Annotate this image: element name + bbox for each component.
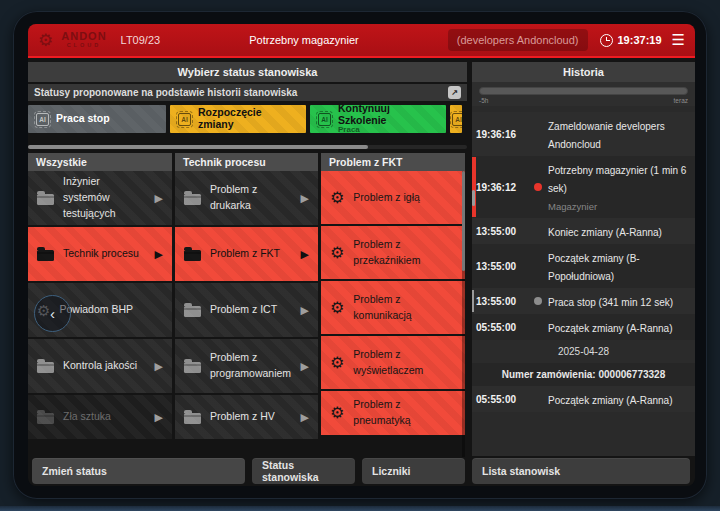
list-item-selected[interactable]: Technik procesu ▶	[28, 227, 172, 281]
list-item[interactable]: Kontrola jakości ▶	[28, 339, 172, 393]
red-status-dot-icon	[534, 183, 542, 191]
current-status-text: Potrzebny magazynier	[168, 34, 440, 46]
history-time: 05:55:00	[476, 322, 528, 333]
chevron-right-icon: ▶	[301, 411, 309, 424]
history-entry-active-alert[interactable]: 19:36:12 Potrzebny magazynier (1 min 6 s…	[472, 156, 695, 218]
timeline-end-label: teraz	[674, 97, 688, 104]
logo-line1: ANDON	[61, 31, 106, 42]
history-title: Historia	[472, 62, 695, 82]
ai-suggestion-icon: AI	[36, 113, 49, 126]
history-text: Koniec zmiany (A-Ranna)	[548, 227, 662, 238]
list-item-label: Kontrola jakości	[63, 358, 146, 374]
station-code: LT09/23	[121, 34, 161, 46]
tab-liczniki[interactable]: Liczniki	[362, 458, 465, 484]
app-screen: ⚙ ANDON CLOUD LT09/23 Potrzebny magazyni…	[28, 24, 695, 486]
settings-gear-icon[interactable]: ⚙	[38, 32, 53, 49]
list-item-alert[interactable]: ⚙ Problem z wyświetlaczem	[321, 336, 465, 389]
list-item-label: Problem z ICT	[210, 302, 292, 318]
ai-suggestion-icon: AI	[452, 113, 462, 126]
tab-status-stanowiska[interactable]: Status stanowiska	[252, 458, 355, 484]
chevron-right-icon: ▶	[155, 192, 163, 205]
gear-icon: ⚙	[330, 355, 344, 371]
history-entry[interactable]: 05:55:00 Początek zmiany (A-Ranna)	[472, 314, 695, 340]
tab-zmien-status[interactable]: Zmień status	[32, 458, 245, 484]
history-order-number: Numer zamówienia: 000006773328	[472, 363, 695, 386]
folder-icon	[37, 250, 54, 261]
folder-icon	[37, 413, 54, 424]
status-button-partial[interactable]: AI	[450, 105, 462, 133]
desk-edge	[0, 506, 720, 511]
logo-line2: CLOUD	[67, 43, 102, 49]
history-time: 19:36:16	[476, 129, 528, 140]
gear-icon: ⚙	[330, 405, 344, 421]
suggested-statuses-label: Statusy proponowane na podstawie histori…	[34, 87, 448, 98]
andon-cloud-logo: ANDON CLOUD	[61, 31, 106, 49]
chevron-right-icon: ▶	[155, 411, 163, 424]
history-entry[interactable]: 13:55:00 Koniec zmiany (A-Ranna)	[472, 218, 695, 244]
chevron-right-icon: ▶	[301, 192, 309, 205]
history-text: Początek zmiany (B-Popołudniowa)	[548, 253, 640, 282]
status-button-praca-stop[interactable]: AI Praca stop	[28, 105, 166, 133]
folder-icon	[37, 194, 54, 205]
history-text: Początek zmiany (A-Ranna)	[548, 323, 673, 334]
left-panel-title: Wybierz status stanowiska	[28, 62, 467, 82]
app-header: ⚙ ANDON CLOUD LT09/23 Potrzebny magazyni…	[28, 24, 695, 56]
list-item-label: Problem z pneumatyką	[353, 397, 456, 429]
list-item-selected[interactable]: Problem z FKT ▶	[175, 227, 318, 281]
history-entry[interactable]: 05:55:00 Początek zmiany (A-Ranna)	[472, 386, 695, 412]
column-scrollbar[interactable]	[462, 171, 465, 457]
column-header-problem-z-fkt: Problem z FKT	[321, 153, 465, 171]
list-item-alert[interactable]: ⚙ Problem z komunikacją	[321, 281, 465, 334]
header-accent-line	[28, 56, 695, 58]
list-item-alert[interactable]: ⚙ Problem z przekaźnikiem	[321, 226, 465, 279]
logout-button[interactable]: Wyloguj (developers Andoncloud)	[448, 29, 588, 51]
menu-hamburger-icon[interactable]: ☰	[672, 31, 685, 49]
status-select-panel: Wybierz status stanowiska Statusy propon…	[28, 62, 467, 456]
list-item[interactable]: Problem z programowaniem ▶	[175, 339, 318, 393]
list-item-label: Powiadom BHP	[59, 302, 163, 318]
list-item-alert[interactable]: ⚙ Problem z pneumatyką	[321, 391, 465, 435]
history-list: 19:36:16 Zameldowanie developers Andoncl…	[472, 112, 695, 412]
history-text: Potrzebny magazynier (1 min 6 sek)	[548, 165, 686, 194]
gear-icon: ⚙	[330, 300, 344, 316]
history-time: 19:36:12	[476, 182, 528, 193]
history-entry[interactable]: 13:55:00 Początek zmiany (B-Popołudniowa…	[472, 244, 695, 288]
timeline-start-label: -5h	[479, 97, 488, 104]
clock-icon	[600, 34, 613, 47]
timeline-slider[interactable]	[479, 87, 688, 95]
history-time: 13:55:00	[476, 261, 528, 272]
list-item-label: Technik procesu	[63, 246, 146, 262]
folder-icon	[184, 250, 201, 261]
tablet-frame: ⚙ ANDON CLOUD LT09/23 Potrzebny magazyni…	[13, 11, 707, 499]
list-item-disabled[interactable]: Zła sztuka ▶	[28, 395, 172, 439]
tab-lista-stanowisk[interactable]: Lista stanowisk	[472, 458, 690, 484]
bottom-nav-bar: Zmień status Status stanowiska Liczniki …	[28, 458, 695, 484]
list-item-label: Problem z wyświetlaczem	[353, 347, 456, 379]
history-date-separator: 2025-04-28	[472, 340, 695, 363]
history-entry[interactable]: 19:36:16 Zameldowanie developers Andoncl…	[472, 112, 695, 156]
clock: 19:37:19	[600, 34, 662, 47]
column-header-wszystkie: Wszystkie	[28, 153, 172, 171]
status-label: Praca stop	[56, 113, 110, 125]
ai-suggestion-icon: AI	[178, 113, 191, 126]
status-row-scrollbar[interactable]	[28, 145, 467, 149]
list-item[interactable]: Problem z HV ▶	[175, 395, 318, 439]
suggested-statuses-bar: Statusy proponowane na podstawie histori…	[28, 84, 467, 101]
list-item[interactable]: Problem z ICT ▶	[175, 283, 318, 337]
status-button-kontynuuj-szkolenie[interactable]: AI Kontynuuj Szkolenie Praca	[310, 105, 446, 133]
logged-in-user: (developers Andoncloud)	[457, 34, 579, 46]
gray-status-dot-icon	[534, 297, 542, 305]
expand-suggestions-icon[interactable]: ↗	[448, 86, 461, 99]
back-nav-button[interactable]: ‹	[34, 295, 71, 332]
list-item-label: Problem z igłą	[353, 190, 456, 206]
list-item[interactable]: Problem z drukarka ▶	[175, 171, 318, 225]
column-headers: Wszystkie Technik procesu Problem z FKT	[28, 153, 467, 171]
column-header-technik-procesu: Technik procesu	[175, 153, 318, 171]
list-item-alert[interactable]: ⚙ Problem z igłą	[321, 171, 465, 224]
history-scrollbar[interactable]	[472, 190, 475, 206]
status-button-rozpoczecie-zmiany[interactable]: AI Rozpoczęcie zmiany	[170, 105, 306, 133]
list-item-label: Problem z drukarka	[210, 182, 292, 214]
history-entry[interactable]: 13:55:00 Praca stop (341 min 12 sek)	[472, 288, 695, 314]
clock-time: 19:37:19	[618, 34, 662, 46]
list-item[interactable]: Inżynier systemów testujących ▶	[28, 171, 172, 225]
